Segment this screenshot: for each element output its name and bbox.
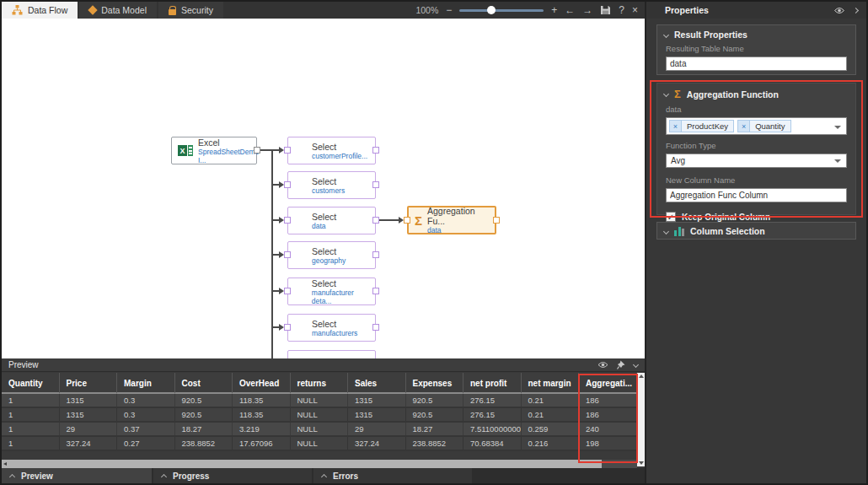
table-header-row: Quantity Price Margin Cost OverHead retu… — [2, 373, 637, 394]
help-button[interactable]: ? — [619, 4, 624, 16]
input-port[interactable] — [284, 181, 291, 188]
input-port[interactable] — [284, 288, 291, 294]
flow-canvas[interactable]: X ExcelSpreadSheetDemo I... Selectcustom… — [2, 19, 645, 358]
cell: 1315 — [348, 394, 406, 407]
resulting-table-name-input[interactable] — [666, 57, 847, 71]
scroll-down-icon[interactable] — [639, 461, 644, 465]
column-header[interactable]: Sales — [348, 373, 406, 394]
node-aggregation-function[interactable]: Σ Aggregation Fu...data — [407, 206, 496, 234]
output-port[interactable] — [372, 288, 379, 294]
sigma-icon: Σ — [415, 213, 422, 228]
column-header[interactable]: Quantity — [2, 373, 60, 394]
section-header[interactable]: Result Properties — [657, 25, 855, 41]
input-port[interactable] — [404, 217, 410, 224]
output-port[interactable] — [372, 217, 379, 224]
column-header[interactable]: Aggregati... — [579, 373, 637, 394]
checkbox-label: Keep Original Column — [682, 213, 770, 222]
app-window: Data Flow Data Model Security 100% − + ←… — [0, 0, 868, 485]
node-select-customers[interactable]: Selectcustomers — [287, 171, 376, 199]
group-by-columns-multiselect[interactable]: × ProductKey × Quantity — [666, 117, 847, 135]
tab-progress[interactable]: Progress — [153, 468, 312, 483]
section-title: Aggregation Function — [687, 89, 779, 100]
redo-button[interactable]: → — [582, 4, 592, 16]
node-select-data[interactable]: Selectdata — [287, 207, 376, 234]
tab-data-model[interactable]: Data Model — [79, 2, 157, 19]
node-excel-source[interactable]: X ExcelSpreadSheetDemo I... — [171, 137, 257, 164]
column-header[interactable]: Price — [60, 373, 118, 394]
cell: 0.21 — [522, 408, 580, 421]
undo-button[interactable]: ← — [565, 4, 575, 16]
tab-label: Data Flow — [28, 5, 67, 15]
table-row[interactable]: 1327.240.27238.885217.67096NULL327.24238… — [2, 437, 637, 451]
main-tabs: Data Flow Data Model Security — [2, 2, 225, 19]
node-select-geography[interactable]: Selectgeography — [287, 241, 376, 269]
save-icon[interactable] — [600, 5, 611, 15]
node-select-manufacturer-details[interactable]: Selectmanufacturer deta... — [287, 278, 376, 305]
node-select-partial[interactable] — [287, 350, 376, 358]
tab-errors[interactable]: Errors — [313, 468, 472, 483]
scroll-up-icon[interactable] — [639, 375, 644, 378]
table-row[interactable]: 113150.3920.5118.35NULL1315920.5276.150.… — [2, 408, 637, 423]
input-port[interactable] — [284, 147, 291, 154]
node-title: Select — [312, 319, 357, 329]
node-title: Select — [312, 212, 336, 222]
new-column-name-input[interactable] — [666, 188, 847, 202]
top-toolbar: Data Flow Data Model Security 100% − + ←… — [2, 2, 645, 19]
zoom-slider-thumb[interactable] — [487, 6, 496, 14]
node-select-customerprofile[interactable]: SelectcustomerProfile... — [287, 137, 376, 164]
scrollbar-thumb[interactable] — [2, 460, 602, 468]
chip-remove-icon[interactable]: × — [738, 121, 750, 132]
horizontal-scrollbar[interactable] — [2, 460, 637, 468]
input-port[interactable] — [284, 324, 291, 331]
node-select-manufacturers[interactable]: Selectmanufacturers — [287, 314, 376, 342]
eye-icon[interactable] — [833, 7, 845, 14]
output-port[interactable] — [372, 324, 379, 331]
zoom-in-button[interactable]: + — [551, 4, 557, 16]
column-header[interactable]: returns — [291, 373, 349, 394]
diamond-icon — [88, 5, 98, 14]
input-port[interactable] — [284, 251, 291, 258]
preview-titlebar: Preview — [2, 358, 645, 372]
column-header[interactable]: net margin — [522, 373, 580, 394]
table-row[interactable]: 1290.3718.273.219NULL2918.277.5110000000… — [2, 423, 637, 437]
pin-icon[interactable] — [617, 360, 625, 369]
cell: 1 — [2, 437, 60, 450]
tab-data-flow[interactable]: Data Flow — [2, 2, 78, 19]
dropdown-caret-icon[interactable] — [834, 126, 841, 129]
cell: 1 — [2, 394, 60, 407]
table-row[interactable]: 113150.3920.5118.35NULL1315920.5276.150.… — [2, 394, 637, 408]
cell: 276.15 — [463, 408, 522, 421]
chip-remove-icon[interactable]: × — [670, 121, 682, 132]
zoom-out-button[interactable]: − — [446, 4, 452, 16]
tab-preview[interactable]: Preview — [2, 468, 152, 483]
column-header[interactable]: OverHead — [233, 373, 291, 394]
column-header[interactable]: Margin — [117, 373, 175, 394]
zoom-slider[interactable] — [459, 9, 544, 12]
output-port[interactable] — [372, 181, 379, 188]
section-header[interactable]: Σ Aggregation Function — [657, 84, 855, 102]
cell: 1315 — [60, 408, 118, 421]
close-button[interactable]: × — [632, 4, 638, 16]
column-header[interactable]: Cost — [175, 373, 233, 394]
collapse-panel-icon[interactable] — [853, 7, 859, 13]
column-header[interactable]: net profit — [463, 373, 522, 394]
collapse-panel-icon[interactable] — [633, 362, 639, 368]
vertical-scrollbar[interactable] — [637, 373, 645, 466]
keep-original-checkbox[interactable]: ✓ — [666, 212, 676, 222]
function-type-dropdown[interactable]: Avg — [666, 154, 847, 168]
section-header[interactable]: Column Selection — [657, 223, 855, 238]
output-port[interactable] — [254, 147, 260, 154]
output-port[interactable] — [372, 147, 379, 154]
column-header[interactable]: Expenses — [406, 373, 464, 394]
eye-icon[interactable] — [597, 361, 608, 369]
scroll-left-icon[interactable] — [3, 462, 7, 466]
field-label: data — [657, 102, 855, 116]
chip-productkey: × ProductKey — [669, 120, 734, 132]
tab-security[interactable]: Security — [158, 2, 223, 19]
output-port[interactable] — [493, 217, 500, 224]
input-port[interactable] — [284, 217, 291, 224]
cell: 186 — [579, 408, 637, 421]
cell: 0.3 — [117, 394, 175, 407]
properties-titlebar: Properties — [646, 2, 866, 19]
output-port[interactable] — [372, 251, 379, 258]
